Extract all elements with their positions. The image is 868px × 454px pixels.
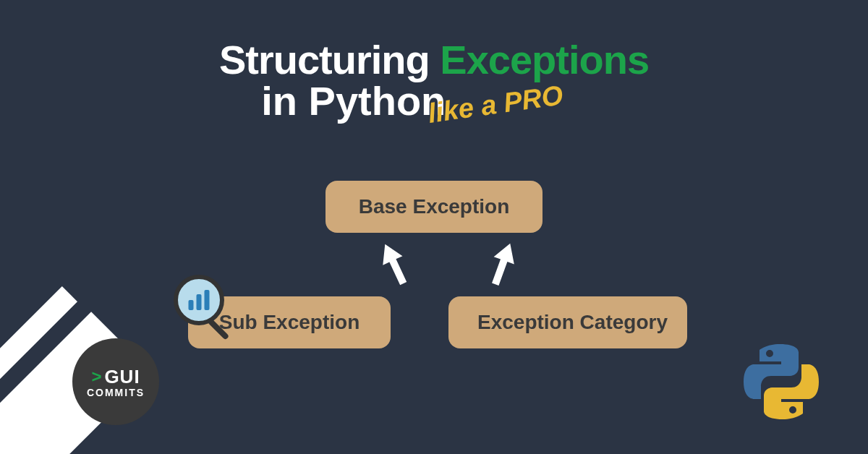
title-word-1: Structuring xyxy=(219,37,430,82)
title-word-2: Exceptions xyxy=(440,37,649,82)
gui-commits-logo: > GUI COMMITS xyxy=(72,338,159,425)
exception-category-box: Exception Category xyxy=(448,296,687,348)
page-title: Structuring Exceptions in Python like a … xyxy=(0,36,868,127)
arrow-right-icon xyxy=(477,234,529,294)
base-exception-box: Base Exception xyxy=(326,181,542,233)
arrow-left-icon xyxy=(367,234,422,295)
exception-diagram: Base Exception Sub Exception Exception C… xyxy=(181,181,687,383)
python-logo-icon xyxy=(738,338,825,425)
magnifier-lens xyxy=(174,275,224,325)
logo-top: > GUI xyxy=(91,366,140,388)
chart-bars-icon xyxy=(189,290,210,310)
magnifier-handle xyxy=(208,318,229,340)
title-tag: like a PRO xyxy=(426,80,565,129)
prompt-icon: > xyxy=(91,367,101,387)
magnifier-icon xyxy=(174,275,246,347)
title-line2: in Python xyxy=(261,77,446,124)
logo-name: GUI xyxy=(104,366,140,388)
logo-sub: COMMITS xyxy=(87,387,145,398)
title-line2-wrap: in Python like a PRO xyxy=(0,83,868,127)
title-line1: Structuring Exceptions xyxy=(0,36,868,83)
